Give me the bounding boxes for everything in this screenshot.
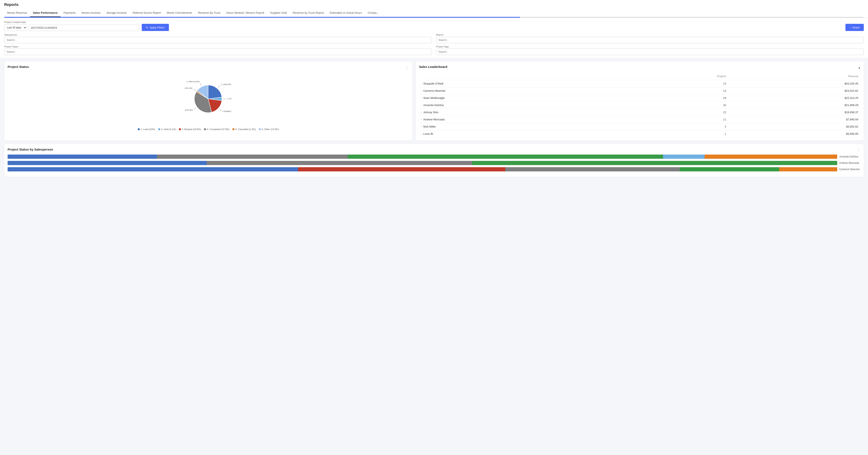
tab-revenue-by-truck[interactable]: Revenue By Truck bbox=[195, 9, 223, 17]
legend-item: 1. Lead (23%) bbox=[138, 128, 155, 131]
revenue-value: $3,840.00 bbox=[728, 130, 860, 137]
tab-compa...[interactable]: Compa... bbox=[365, 9, 382, 17]
svg-text:5. Cancelled (1.4%): 5. Cancelled (1.4%) bbox=[185, 87, 192, 89]
date-range-input[interactable] bbox=[28, 25, 139, 31]
leaderboard-card: Sales Leaderboard ⬇ Projects Revenue ›Sh… bbox=[416, 62, 864, 141]
leaderboard-row[interactable]: ›Nick Miller 3 $3,952.81 bbox=[419, 123, 860, 130]
svg-text:1. Lead (23%): 1. Lead (23%) bbox=[221, 84, 231, 86]
revenue-value: $43,334.45 bbox=[728, 80, 860, 87]
stacked-bars-container: Amanda DaSilvaAndrew MoncadaCameron Beec… bbox=[8, 155, 860, 171]
leaderboard-row[interactable]: ›Cameron Beecher 14 $23,522.81 bbox=[419, 87, 860, 94]
tab-mover-commitments[interactable]: Mover Commitments bbox=[164, 9, 195, 17]
projects-count: 1 bbox=[630, 130, 728, 137]
bar-segment bbox=[705, 155, 837, 159]
page-header: Reports Moves RevenueSales PerformancePa… bbox=[0, 0, 868, 18]
bar-segment bbox=[680, 167, 779, 171]
project-types-label: Project Types bbox=[4, 45, 432, 48]
projects-count: 15 bbox=[630, 80, 728, 87]
col-revenue-header: Revenue bbox=[728, 73, 860, 80]
apply-filters-button[interactable]: ↻ Apply Filters bbox=[142, 24, 169, 31]
project-tags-input[interactable] bbox=[436, 49, 864, 55]
projects-count: 29 bbox=[630, 94, 728, 102]
svg-line-4 bbox=[219, 108, 221, 110]
revenue-value: $22,314.25 bbox=[728, 94, 860, 102]
row-chevron: › bbox=[421, 111, 422, 114]
bar-segment bbox=[779, 167, 837, 171]
leaderboard-row[interactable]: ›Sean McMonagle 29 $22,314.25 bbox=[419, 94, 860, 102]
row-chevron: › bbox=[421, 125, 422, 128]
tabs-container: Moves RevenueSales PerformancePaymentsMo… bbox=[4, 9, 864, 17]
bar-segment bbox=[348, 155, 663, 159]
bar-segment bbox=[157, 155, 348, 159]
projects-count: 14 bbox=[630, 87, 728, 94]
tab-moves-revenue[interactable]: Moves Revenue bbox=[4, 9, 30, 17]
tab-revenue-by-truck-report[interactable]: Revenue by Truck Report bbox=[290, 9, 327, 17]
salesperson-name: Amanda DaSilva bbox=[423, 103, 444, 107]
refresh-icon: ↻ bbox=[146, 26, 148, 29]
salesperson-label: Salesperson bbox=[4, 34, 432, 36]
svg-line-0 bbox=[218, 86, 220, 88]
project-status-title: Project Status bbox=[8, 65, 29, 68]
salesperson-name: Sean McMonagle bbox=[423, 96, 444, 99]
pie-chart-container: 1. Lead (23%)2. Hold (4.1%)3. Booked (18… bbox=[8, 73, 409, 126]
legend-item: 6. Other (14.9%) bbox=[259, 128, 279, 131]
row-chevron: › bbox=[421, 132, 422, 135]
project-types-input[interactable] bbox=[4, 49, 432, 55]
row-chevron: › bbox=[421, 82, 422, 85]
salesperson-bar-label: Andrew Moncada bbox=[837, 162, 860, 164]
tab-referral-source-report[interactable]: Referral Source Report bbox=[130, 9, 164, 17]
share-button[interactable]: ↑ Share bbox=[845, 24, 864, 31]
legend-item: 5. Cancelled (1.4%) bbox=[232, 128, 256, 131]
tab-moves-invoices[interactable]: Moves Invoices bbox=[79, 9, 103, 17]
tab-storage-invoices[interactable]: Storage Invoices bbox=[103, 9, 130, 17]
salesperson-name: Louis Bi bbox=[423, 132, 433, 135]
leaderboard-row[interactable]: ›Shaquille O'Neill 15 $43,334.45 bbox=[419, 80, 860, 87]
legend-item: 3. Booked (18.9%) bbox=[179, 128, 201, 131]
project-tags-label: Project Tags bbox=[436, 45, 864, 48]
bar-segment bbox=[8, 155, 157, 159]
projects-count: 22 bbox=[630, 109, 728, 116]
svg-text:2. Hold (4.1%): 2. Hold (4.1%) bbox=[227, 98, 231, 100]
bar-segment bbox=[298, 167, 505, 171]
tab-sales-performance[interactable]: Sales Performance bbox=[30, 9, 61, 17]
content-area: Project Status ⋮ 1. Lead (23%)2. Hold (4… bbox=[0, 58, 868, 180]
tab-supplies-sold[interactable]: Supplies Sold bbox=[267, 9, 290, 17]
svg-text:3. Booked (18.9%): 3. Booked (18.9%) bbox=[222, 110, 231, 112]
bar-segment bbox=[8, 167, 298, 171]
tab-hours-worked-/-movers-payroll[interactable]: Hours Worked / Movers Payroll bbox=[223, 9, 267, 17]
pie-card-menu[interactable]: ⋮ bbox=[405, 66, 409, 70]
leaderboard-row[interactable]: ›Johnny Shin 22 $18,938.37 bbox=[419, 109, 860, 116]
revenue-value: $7,840.04 bbox=[728, 116, 860, 123]
branch-input[interactable] bbox=[436, 37, 864, 43]
bar-track bbox=[8, 155, 837, 159]
leaderboard-row[interactable]: ›Andrew Moncada 11 $7,840.04 bbox=[419, 116, 860, 123]
bar-card-menu[interactable]: ⋮ bbox=[857, 148, 860, 151]
svg-text:4. Completed (37.8%): 4. Completed (37.8%) bbox=[185, 109, 193, 111]
row-chevron: › bbox=[421, 96, 422, 99]
svg-line-10 bbox=[200, 83, 202, 86]
row-chevron: › bbox=[421, 103, 422, 107]
download-icon[interactable]: ⬇ bbox=[858, 66, 860, 70]
salesperson-input[interactable] bbox=[4, 37, 432, 43]
page-title: Reports bbox=[4, 3, 864, 9]
svg-line-8 bbox=[194, 89, 196, 91]
leaderboard-row[interactable]: ›Louis Bi 1 $3,840.00 bbox=[419, 130, 860, 137]
bar-segment bbox=[8, 161, 207, 165]
salesperson-status-card: Project Status by Salesperson ⋮ Amanda D… bbox=[4, 144, 864, 177]
leaderboard-row[interactable]: ›Amanda DaSilva 30 $21,808.29 bbox=[419, 102, 860, 109]
row-chevron: › bbox=[421, 118, 422, 121]
revenue-value: $21,808.29 bbox=[728, 102, 860, 109]
bar-segment bbox=[207, 161, 472, 165]
tab-estimated-vs-actual-hours[interactable]: Estimated vs Actual Hours bbox=[327, 9, 365, 17]
date-range-select[interactable]: Last 30 days bbox=[4, 24, 27, 31]
date-label: Project Created Date bbox=[4, 21, 139, 23]
leaderboard-table: Projects Revenue ›Shaquille O'Neill 15 $… bbox=[419, 73, 860, 137]
salesperson-name: Nick Miller bbox=[423, 125, 436, 128]
salesperson-bar-label: Amanda DaSilva bbox=[837, 155, 860, 158]
col-projects-header: Projects bbox=[630, 73, 728, 80]
salesperson-name: Cameron Beecher bbox=[423, 89, 445, 92]
row-chevron: › bbox=[421, 89, 422, 92]
tab-payments[interactable]: Payments bbox=[61, 9, 79, 17]
projects-count: 11 bbox=[630, 116, 728, 123]
tab-scrollbar[interactable] bbox=[4, 17, 864, 18]
